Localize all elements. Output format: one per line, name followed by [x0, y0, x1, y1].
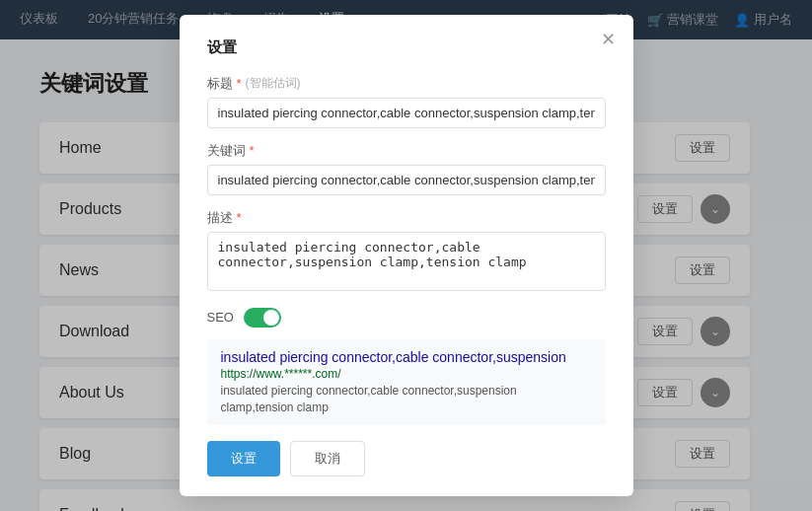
confirm-button[interactable]: 设置	[207, 441, 280, 476]
form-group-desc: 描述 * insulated piercing connector,cable …	[207, 209, 606, 294]
seo-preview: insulated piercing connector,cable conne…	[207, 339, 606, 426]
cancel-button[interactable]: 取消	[290, 441, 365, 476]
required-mark: *	[237, 210, 242, 225]
seo-row: SEO	[207, 308, 606, 328]
form-label-keyword: 关键词 *	[207, 142, 606, 160]
form-group-keyword: 关键词 *	[207, 142, 606, 195]
modal-close-button[interactable]: ✕	[601, 31, 616, 48]
form-group-title: 标题 * (智能估词)	[207, 75, 606, 128]
required-mark: *	[237, 76, 242, 91]
modal-footer: 设置 取消	[207, 441, 606, 476]
form-label-title: 标题 * (智能估词)	[207, 75, 606, 93]
toggle-knob	[263, 310, 279, 326]
desc-textarea[interactable]: insulated piercing connector,cable conne…	[207, 232, 606, 291]
title-input[interactable]	[207, 98, 606, 128]
seo-preview-title[interactable]: insulated piercing connector,cable conne…	[221, 349, 592, 365]
required-mark: *	[250, 143, 255, 158]
modal-title: 设置	[207, 38, 606, 57]
seo-label: SEO	[207, 310, 234, 325]
keyword-input[interactable]	[207, 165, 606, 195]
seo-preview-url: https://www.******.com/	[221, 367, 592, 381]
settings-modal: ✕ 设置 标题 * (智能估词) 关键词 * 描述 * insulat	[180, 15, 633, 497]
modal-overlay[interactable]: ✕ 设置 标题 * (智能估词) 关键词 * 描述 * insulat	[0, 0, 812, 511]
form-label-desc: 描述 *	[207, 209, 606, 227]
seo-preview-desc: insulated piercing connector,cable conne…	[221, 383, 592, 416]
seo-toggle[interactable]	[244, 308, 281, 328]
